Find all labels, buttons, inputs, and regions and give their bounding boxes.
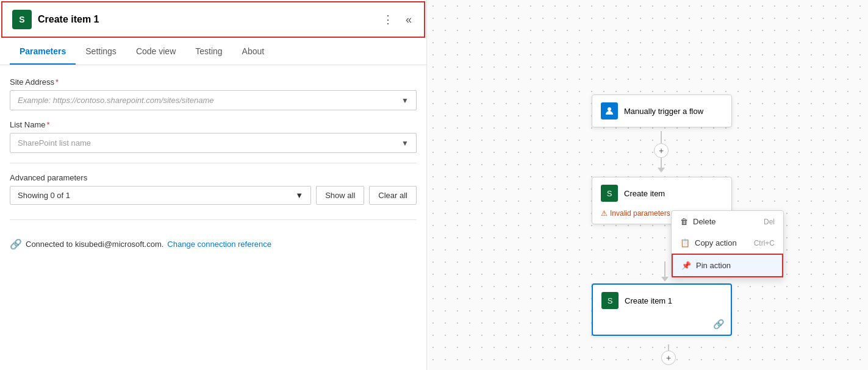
clear-all-button[interactable]: Clear all	[369, 186, 417, 205]
arrow-1	[658, 168, 665, 173]
delete-label: Delete	[693, 217, 716, 226]
copy-shortcut: Ctrl+C	[754, 239, 775, 247]
node-create-item-1[interactable]: S Create item 1 🔗	[592, 283, 732, 336]
vline-1	[661, 131, 662, 143]
tab-about[interactable]: About	[232, 39, 274, 65]
canvas-area: Manually trigger a flow + S Create item …	[427, 0, 868, 370]
more-options-button[interactable]: ⋮	[380, 10, 396, 29]
copy-label: Copy action	[695, 238, 737, 247]
connection-text: Connected to kisubedi@microsoft.com.	[26, 240, 163, 249]
connector-1: +	[654, 131, 669, 173]
pin-icon: 📌	[681, 261, 691, 270]
list-name-placeholder: SharePoint list name	[18, 138, 91, 148]
tab-parameters[interactable]: Parameters	[10, 39, 76, 65]
title-left: S Create item 1	[12, 10, 99, 29]
sharepoint-icon: S	[12, 10, 32, 29]
add-step-button-1[interactable]: +	[654, 143, 669, 158]
vline-4	[668, 344, 669, 350]
site-address-label: Site Address *	[10, 77, 417, 87]
required-star-2: *	[47, 120, 50, 129]
advanced-showing-text: Showing 0 of 1	[18, 191, 70, 200]
list-name-label: List Name *	[10, 120, 417, 129]
site-address-dropdown[interactable]: Example: https://contoso.sharepoint.com/…	[10, 90, 417, 110]
divider-1	[10, 163, 417, 163]
create-item-title: Create item	[624, 189, 665, 198]
advanced-params-dropdown[interactable]: Showing 0 of 1 ▼	[10, 186, 311, 205]
create-item-1-icon: S	[601, 292, 619, 309]
vline-2	[661, 158, 662, 168]
svg-point-0	[608, 107, 611, 111]
tab-testing[interactable]: Testing	[185, 39, 232, 65]
context-copy[interactable]: 📋 Copy action Ctrl+C	[672, 232, 783, 254]
list-name-chevron-icon: ▼	[401, 139, 409, 148]
context-delete[interactable]: 🗑 Delete Del	[672, 211, 783, 232]
left-panel: S Create item 1 ⋮ « Parameters Settings …	[0, 0, 427, 370]
create-item-1-title: Create item 1	[625, 296, 672, 305]
add-step-button-2[interactable]: +	[661, 350, 676, 365]
panel-content: Site Address * Example: https://contoso.…	[0, 65, 426, 370]
tab-settings[interactable]: Settings	[76, 39, 126, 65]
pin-label: Pin action	[696, 261, 731, 270]
connection-icon: 🔗	[10, 238, 22, 250]
node-manually-trigger[interactable]: Manually trigger a flow	[592, 94, 732, 127]
divider-2	[10, 219, 417, 220]
right-panel: Manually trigger a flow + S Create item …	[427, 0, 868, 370]
delete-shortcut: Del	[764, 218, 775, 226]
tabs-bar: Parameters Settings Code view Testing Ab…	[0, 39, 426, 65]
bottom-add-step: +	[661, 344, 676, 365]
title-actions: ⋮ «	[380, 10, 414, 29]
required-star: *	[56, 77, 59, 87]
vline-3	[664, 262, 665, 277]
advanced-chevron-icon: ▼	[295, 191, 303, 200]
tab-codeview[interactable]: Code view	[126, 39, 185, 65]
site-address-placeholder: Example: https://contoso.sharepoint.com/…	[18, 96, 214, 105]
advanced-params-label: Advanced parameters	[10, 173, 417, 182]
site-address-chevron-icon: ▼	[401, 96, 409, 105]
context-menu: 🗑 Delete Del 📋 Copy action Ctrl+C 📌 P	[671, 210, 784, 278]
trigger-icon	[601, 102, 618, 119]
connection-row: 🔗 Connected to kisubedi@microsoft.com. C…	[10, 238, 417, 250]
show-all-button[interactable]: Show all	[316, 186, 364, 205]
copy-icon: 📋	[680, 238, 690, 247]
change-connection-link[interactable]: Change connection reference	[167, 240, 271, 249]
collapse-panel-button[interactable]: «	[403, 11, 414, 29]
page-title: Create item 1	[38, 14, 99, 25]
create-item-icon: S	[601, 185, 618, 202]
list-name-dropdown[interactable]: SharePoint list name ▼	[10, 133, 417, 153]
connector-2	[661, 262, 669, 282]
title-bar: S Create item 1 ⋮ «	[1, 1, 425, 38]
arrow-2	[661, 277, 669, 282]
context-pin[interactable]: 📌 Pin action	[672, 254, 783, 277]
advanced-params-row: Showing 0 of 1 ▼ Show all Clear all	[10, 186, 417, 205]
trigger-node-title: Manually trigger a flow	[624, 107, 703, 116]
link-icon: 🔗	[713, 319, 725, 330]
delete-icon: 🗑	[680, 217, 688, 226]
